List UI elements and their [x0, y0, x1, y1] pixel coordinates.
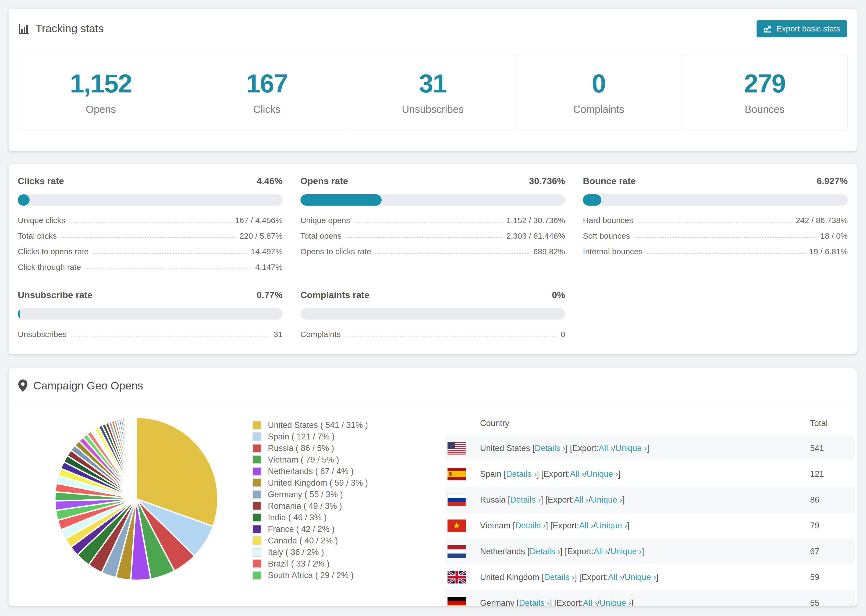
- details-link[interactable]: Details ›: [529, 547, 560, 556]
- export-all-link[interactable]: All ›: [570, 469, 584, 479]
- stat-label: Clicks: [253, 104, 280, 115]
- legend-item[interactable]: Netherlands ( 67 / 4% ): [252, 465, 368, 477]
- rate-detail-row: Internal bounces19 / 6.81%: [583, 243, 848, 258]
- rate-detail-list: Hard bounces242 / 86.738%Soft bounces18 …: [583, 212, 848, 258]
- stat-box: 167Clicks: [184, 54, 350, 130]
- details-link[interactable]: Details ›: [544, 572, 575, 582]
- rate-detail-row: Unique opens1,152 / 30.736%: [301, 212, 565, 227]
- export-all-link[interactable]: All ›: [599, 443, 613, 453]
- rate-detail-value: 31: [274, 330, 282, 339]
- rate-detail-row: Soft bounces18 / 0%: [583, 227, 848, 243]
- total-column-header: Total: [810, 418, 855, 428]
- rate-title: Opens rate: [301, 176, 348, 186]
- legend-item[interactable]: Romania ( 49 / 3% ): [252, 500, 368, 512]
- details-link[interactable]: Details ›: [510, 495, 541, 505]
- rate-detail-row: Unsubscribes31: [18, 325, 283, 341]
- legend-swatch-icon: [252, 548, 261, 556]
- gb-flag-icon: [447, 571, 466, 583]
- rate-progress-bar: [301, 308, 565, 319]
- stat-value: 31: [419, 69, 447, 98]
- rate-detail-label: Clicks to opens rate: [18, 247, 88, 256]
- legend-label: United Kingdom ( 59 / 3% ): [268, 478, 368, 488]
- legend-swatch-icon: [252, 478, 261, 487]
- country-cell: United Kingdom [Details ›] [Export: All …: [445, 571, 810, 583]
- details-link[interactable]: Details ›: [535, 443, 565, 453]
- rate-title: Unsubscribe rate: [18, 290, 93, 300]
- legend-item[interactable]: Spain ( 121 / 7% ): [252, 431, 368, 442]
- legend-swatch-icon: [252, 455, 261, 464]
- campaign-stats-page: { "accent_color": "#1b8ba6", "link_color…: [0, 0, 866, 616]
- export-basic-stats-button[interactable]: Export basic stats: [757, 20, 847, 37]
- table-row: Germany [Details ›] [Export: All › / Uni…: [445, 590, 855, 606]
- export-button-label: Export basic stats: [776, 24, 840, 33]
- legend-label: Netherlands ( 67 / 4% ): [268, 467, 354, 476]
- total-cell: 55: [810, 598, 855, 606]
- export-all-link[interactable]: All ›: [608, 572, 622, 582]
- country-cell: Germany [Details ›] [Export: All › / Uni…: [445, 597, 810, 606]
- export-all-link[interactable]: All ›: [579, 521, 593, 531]
- rate-block: Opens rate30.736%Unique opens1,152 / 30.…: [301, 176, 565, 274]
- legend-item[interactable]: Canada ( 40 / 2% ): [252, 535, 368, 546]
- rate-progress-bar: [18, 308, 283, 319]
- legend-item[interactable]: Russia ( 86 / 5% ): [252, 442, 368, 454]
- rate-detail-row: Total opens2,303 / 61.446%: [301, 227, 565, 243]
- legend-item[interactable]: Italy ( 36 / 2% ): [252, 546, 368, 558]
- legend-item[interactable]: South Africa ( 29 / 2% ): [252, 569, 368, 581]
- rate-detail-value: 18 / 0%: [820, 231, 848, 240]
- rate-detail-row: Total clicks220 / 5.87%: [18, 227, 283, 243]
- export-unique-link[interactable]: Unique ›: [596, 521, 627, 531]
- geo-table-header-row: Country Total: [445, 411, 855, 435]
- stat-label: Unsubscribes: [402, 104, 464, 115]
- dotted-leader: [70, 222, 231, 223]
- export-all-link[interactable]: All ›: [574, 495, 589, 505]
- stat-value: 1,152: [70, 69, 132, 98]
- details-link[interactable]: Details ›: [506, 469, 537, 479]
- legend-item[interactable]: India ( 46 / 3% ): [252, 512, 368, 523]
- export-unique-link[interactable]: Unique ›: [610, 547, 642, 556]
- details-link[interactable]: Details ›: [515, 521, 546, 531]
- stat-value: 0: [592, 69, 605, 98]
- export-unique-link[interactable]: Unique ›: [591, 495, 622, 505]
- export-icon: [764, 24, 772, 33]
- export-all-link[interactable]: All ›: [583, 598, 597, 606]
- details-link[interactable]: Details ›: [519, 598, 550, 606]
- country-cell: Vietnam [Details ›] [Export: All › / Uni…: [445, 520, 810, 532]
- legend-item[interactable]: Germany ( 55 / 3% ): [252, 489, 368, 500]
- legend-item[interactable]: United States ( 541 / 31% ): [252, 419, 368, 431]
- dotted-leader: [647, 253, 805, 254]
- stats-summary-row: 1,152Opens167Clicks31Unsubscribes0Compla…: [18, 54, 848, 130]
- de-flag-icon: [447, 597, 466, 606]
- legend-item[interactable]: Brazil ( 33 / 2% ): [252, 558, 368, 569]
- legend-item[interactable]: France ( 42 / 2% ): [252, 523, 368, 535]
- rate-detail-label: Hard bounces: [583, 216, 633, 225]
- rate-block-header: Clicks rate4.46%: [18, 176, 283, 186]
- legend-swatch-icon: [252, 525, 261, 533]
- export-unique-link[interactable]: Unique ›: [600, 598, 631, 606]
- stat-box: 0Complaints: [516, 54, 682, 130]
- legend-item[interactable]: Vietnam ( 79 / 5% ): [252, 454, 368, 465]
- rate-title: Clicks rate: [18, 176, 64, 186]
- rate-block-header: Complaints rate0%: [301, 290, 565, 300]
- export-unique-link[interactable]: Unique ›: [587, 469, 618, 479]
- rate-progress-fill: [18, 308, 20, 319]
- total-cell: 86: [810, 495, 855, 505]
- stat-label: Opens: [86, 104, 116, 115]
- nl-flag-icon: [447, 545, 466, 558]
- export-all-link[interactable]: All ›: [594, 547, 608, 556]
- rate-title: Bounce rate: [583, 176, 636, 186]
- stat-value: 279: [744, 69, 785, 98]
- rate-detail-label: Unsubscribes: [18, 330, 67, 339]
- tracking-stats-header: Tracking stats Export basic stats: [9, 9, 857, 49]
- legend-item[interactable]: United Kingdom ( 59 / 3% ): [252, 477, 368, 489]
- table-row: Spain [Details ›] [Export: All › / Uniqu…: [445, 461, 855, 487]
- rate-progress-bar: [301, 194, 565, 206]
- legend-swatch-icon: [252, 536, 261, 545]
- stat-box: 279Bounces: [682, 54, 847, 130]
- export-unique-link[interactable]: Unique ›: [625, 572, 656, 582]
- geo-title: Campaign Geo Opens: [18, 379, 143, 392]
- rate-detail-value: 0: [561, 330, 565, 339]
- stat-box: 1,152Opens: [18, 54, 184, 130]
- total-cell: 121: [810, 469, 855, 479]
- rate-detail-label: Unique opens: [301, 216, 350, 225]
- export-unique-link[interactable]: Unique ›: [615, 443, 647, 453]
